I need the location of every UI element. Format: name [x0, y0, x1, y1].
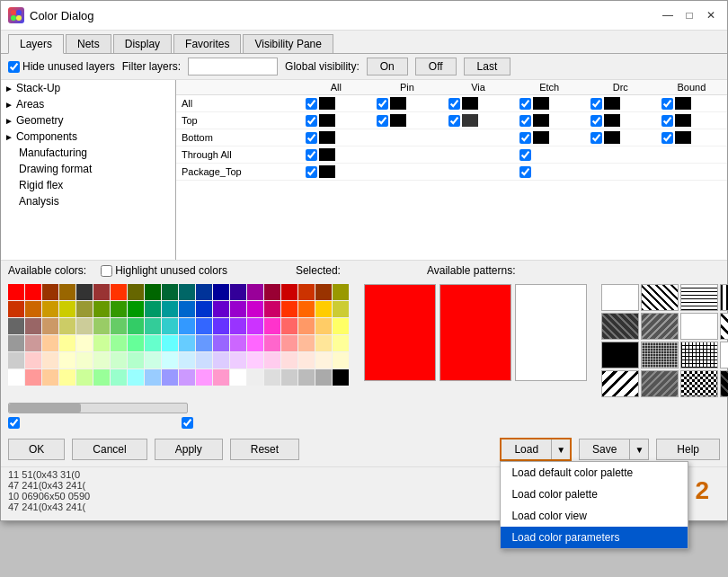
color-cell-90[interactable] [179, 352, 195, 368]
color-cell-86[interactable] [111, 352, 127, 368]
color-cell-79[interactable] [333, 335, 349, 351]
color-cell-96[interactable] [281, 352, 297, 368]
color-cell-85[interactable] [93, 352, 110, 368]
color-cell-69[interactable] [162, 335, 178, 351]
maximize-button[interactable]: □ [680, 6, 698, 24]
color-cell-19[interactable] [333, 284, 349, 300]
minimize-button[interactable]: — [659, 6, 677, 24]
color-cell-78[interactable] [315, 335, 332, 351]
color-cell-97[interactable] [298, 352, 315, 368]
color-cell-91[interactable] [196, 352, 212, 368]
color-cell-50[interactable] [179, 318, 195, 334]
color-cell-65[interactable] [93, 335, 110, 351]
color-cell-66[interactable] [111, 335, 127, 351]
cell-pt-etch[interactable] [514, 164, 585, 181]
pattern-6[interactable] [641, 313, 679, 340]
color-cell-29[interactable] [162, 301, 178, 317]
color-cell-87[interactable] [128, 352, 144, 368]
cell-pt-pin[interactable] [371, 164, 442, 181]
visibility-off-button[interactable]: Off [415, 58, 457, 75]
color-cell-67[interactable] [128, 335, 144, 351]
color-cell-15[interactable] [264, 284, 280, 300]
color-cell-22[interactable] [42, 301, 58, 317]
cell-all-via[interactable] [443, 95, 514, 112]
color-cell-35[interactable] [264, 301, 280, 317]
color-cell-46[interactable] [111, 318, 127, 334]
cell-top-bound[interactable] [656, 112, 727, 129]
cell-pt-all[interactable] [300, 164, 371, 181]
color-cell-112[interactable] [213, 369, 229, 386]
pattern-8[interactable] [720, 313, 728, 340]
color-cell-93[interactable] [230, 352, 246, 368]
selected-swatch-1[interactable] [364, 284, 436, 381]
color-cell-0[interactable] [8, 284, 24, 300]
color-cell-30[interactable] [179, 301, 195, 317]
ok-button[interactable]: OK [8, 439, 65, 460]
color-cell-8[interactable] [145, 284, 161, 300]
color-cell-12[interactable] [213, 284, 229, 300]
cell-pt-bound[interactable] [656, 164, 727, 181]
color-cell-110[interactable] [179, 369, 195, 386]
color-cell-40[interactable] [8, 318, 24, 334]
color-cell-102[interactable] [42, 369, 58, 386]
color-cell-98[interactable] [315, 352, 332, 368]
cell-all-all[interactable] [300, 95, 371, 112]
cell-bottom-pin[interactable] [371, 129, 442, 146]
pattern-15[interactable] [680, 370, 718, 397]
cell-pt-via[interactable] [443, 164, 514, 181]
color-cell-24[interactable] [76, 301, 93, 317]
pattern-3[interactable] [680, 284, 718, 311]
color-cell-1[interactable] [25, 284, 41, 300]
color-cell-113[interactable] [230, 369, 246, 386]
color-cell-52[interactable] [213, 318, 229, 334]
cell-all-etch[interactable] [514, 95, 585, 112]
color-cell-88[interactable] [145, 352, 161, 368]
pattern-7[interactable] [680, 313, 718, 340]
color-cell-5[interactable] [93, 284, 110, 300]
cell-bottom-bound[interactable] [656, 129, 727, 146]
color-cell-83[interactable] [59, 352, 75, 368]
color-cell-72[interactable] [213, 335, 229, 351]
reset-button[interactable]: Reset [230, 439, 299, 460]
color-cell-101[interactable] [25, 369, 41, 386]
color-cell-37[interactable] [298, 301, 315, 317]
pattern-1[interactable] [601, 284, 639, 311]
cell-bottom-drc[interactable] [585, 129, 656, 146]
cell-ta-drc[interactable] [585, 146, 656, 164]
color-cell-49[interactable] [162, 318, 178, 334]
color-cell-7[interactable] [128, 284, 144, 300]
tab-visibility-pane[interactable]: Visibility Pane [243, 34, 333, 53]
cell-all-drc[interactable] [585, 95, 656, 112]
visibility-last-button[interactable]: Last [464, 58, 511, 75]
color-cell-25[interactable] [93, 301, 110, 317]
color-cell-13[interactable] [230, 284, 246, 300]
color-cell-36[interactable] [281, 301, 297, 317]
color-cell-60[interactable] [8, 335, 24, 351]
cell-top-all[interactable] [300, 112, 371, 129]
color-cell-115[interactable] [264, 369, 280, 386]
tree-item-analysis[interactable]: Analysis [15, 193, 175, 209]
color-cell-106[interactable] [111, 369, 127, 386]
color-cell-21[interactable] [25, 301, 41, 317]
cell-all-bound[interactable] [656, 95, 727, 112]
tab-layers[interactable]: Layers [8, 34, 64, 54]
highlight-unused-label[interactable]: Highlight unused colors [101, 264, 227, 277]
color-cell-20[interactable] [8, 301, 24, 317]
color-cell-81[interactable] [25, 352, 41, 368]
hide-unused-label[interactable]: Hide unused layers [8, 60, 115, 73]
color-cell-48[interactable] [145, 318, 161, 334]
color-cell-68[interactable] [145, 335, 161, 351]
color-cell-111[interactable] [196, 369, 212, 386]
color-cell-47[interactable] [128, 318, 144, 334]
color-cell-116[interactable] [281, 369, 297, 386]
color-cell-75[interactable] [264, 335, 280, 351]
color-cell-104[interactable] [76, 369, 93, 386]
color-cell-9[interactable] [162, 284, 178, 300]
color-cell-64[interactable] [76, 335, 93, 351]
color-cell-54[interactable] [247, 318, 263, 334]
pattern-9[interactable] [601, 342, 639, 368]
cell-top-via[interactable] [443, 112, 514, 129]
help-button[interactable]: Help [656, 439, 720, 460]
color-cell-38[interactable] [315, 301, 332, 317]
pattern-13[interactable] [601, 370, 639, 397]
